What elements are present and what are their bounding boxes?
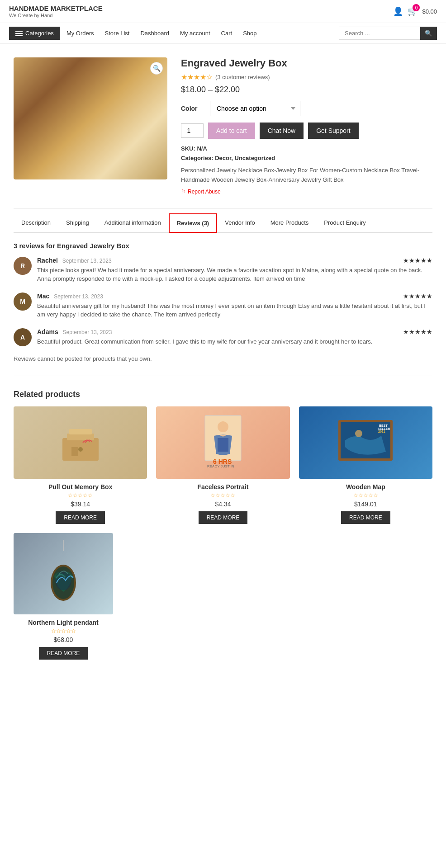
read-more-button[interactable]: READ MORE [341, 511, 390, 524]
product-card: Northern Light pendant ☆☆☆☆☆ $68.00 READ… [14, 533, 113, 660]
site-subtitle: We Create by Hand [9, 13, 103, 18]
hamburger-icon [15, 31, 23, 36]
zoom-icon[interactable]: 🔍 [150, 62, 163, 75]
search-input[interactable] [339, 27, 420, 40]
flag-icon: ⚐ [181, 189, 186, 195]
review-date: September 13, 2023 [62, 258, 112, 264]
categories-row: Categories: Decor, Uncategorized [181, 155, 432, 161]
review-header: Mac September 13, 2023 ★★★★★ [37, 292, 432, 300]
categories-value: Decor, Uncategorized [215, 155, 275, 161]
product-card-name: Wooden Map [299, 483, 432, 491]
avatar-letter: R [20, 262, 25, 269]
add-to-cart-button[interactable]: Add to cart [208, 123, 255, 139]
svg-point-3 [78, 447, 83, 452]
product-card-price: $39.14 [14, 500, 147, 508]
categories-button[interactable]: Categories [9, 27, 60, 40]
review-date: September 13, 2023 [63, 329, 112, 335]
product-card: Pull Out Memory Box ☆☆☆☆☆ $39.14 READ MO… [14, 406, 147, 524]
product-image [14, 57, 167, 179]
reviewer-name-date: Rachel September 13, 2023 [37, 257, 112, 264]
divider-1 [14, 208, 432, 209]
review-text: This piece looks great! We had it made f… [37, 266, 432, 283]
reviewer-name: Rachel [37, 257, 58, 264]
product-image-svg [41, 538, 86, 610]
svg-rect-2 [69, 429, 92, 434]
review-stars: ★★★★★ [403, 257, 432, 264]
categories-label: Categories [25, 30, 54, 37]
nav-my-account[interactable]: My account [176, 27, 214, 39]
review-stars: ★★★★★ [403, 292, 432, 300]
product-image-svg [53, 420, 108, 465]
svg-rect-1 [67, 434, 94, 440]
cart-total: $0.00 [422, 8, 437, 15]
read-more-button[interactable]: READ MORE [56, 511, 105, 524]
chat-now-button[interactable]: Chat Now [260, 123, 304, 139]
color-label: Color [181, 105, 204, 112]
nav-dashboard[interactable]: Dashboard [136, 27, 174, 39]
star-rating: ★★★★☆ (3 customer reviews) [181, 73, 432, 81]
reviewer-avatar: M [14, 292, 32, 311]
product-card-stars: ☆☆☆☆☆ [156, 492, 289, 499]
related-products-title: Related products [14, 390, 432, 399]
tab-vendor[interactable]: Vendor Info [217, 213, 263, 233]
svg-text:BEST: BEST [379, 424, 388, 427]
svg-text:2021: 2021 [378, 430, 385, 433]
sku-label: SKU: [181, 145, 195, 152]
product-image-wrap: 🔍 [14, 57, 167, 195]
product-card-price: $149.01 [299, 500, 432, 508]
search-area: 🔍 [339, 27, 437, 40]
get-support-button[interactable]: Get Support [308, 123, 359, 139]
tabs-bar: Description Shipping Additional informat… [14, 213, 432, 233]
product-image-svg: BEST SELLER 2021 [336, 415, 395, 470]
review-count: (3 customer reviews) [215, 74, 270, 80]
svg-point-6 [218, 421, 228, 432]
read-more-button[interactable]: READ MORE [199, 511, 248, 524]
nav-my-orders[interactable]: My Orders [62, 27, 99, 39]
review-date: September 13, 2023 [54, 293, 103, 300]
top-header: HANDMADE MARKETPLACE We Create by Hand 👤… [0, 0, 446, 23]
tab-reviews[interactable]: Reviews (3) [169, 213, 218, 233]
product-tags: Personalized Jewelry Necklace Box-Jewelr… [181, 166, 432, 185]
color-select[interactable]: Choose an option [210, 101, 300, 116]
reviewer-name-date: Mac September 13, 2023 [37, 292, 103, 300]
sku-value: N/A [197, 145, 207, 152]
reviewer-name: Mac [37, 292, 49, 300]
cart-badge: 0 [413, 4, 420, 11]
product-image-svg: READY JUST IN 6 HRS [200, 413, 246, 472]
related-products-section: Related products Pull Out Memory Box ☆☆☆… [0, 381, 446, 673]
reviewer-name-date: Adams September 13, 2023 [37, 328, 112, 335]
tab-shipping[interactable]: Shipping [58, 213, 97, 233]
site-title: HANDMADE MARKETPLACE [9, 5, 103, 13]
tab-additional[interactable]: Additional information [97, 213, 169, 233]
product-image-box: 🔍 [14, 57, 167, 179]
cart-icon-wrap[interactable]: 🛒 0 [408, 6, 418, 16]
reviewer-avatar: A [14, 328, 32, 346]
reviews-section: 3 reviews for Engraved Jewelry Box R Rac… [0, 242, 446, 371]
user-icon[interactable]: 👤 [393, 6, 403, 16]
quantity-input[interactable] [181, 123, 204, 138]
product-card-stars: ☆☆☆☆☆ [14, 492, 147, 499]
nav-shop[interactable]: Shop [238, 27, 261, 39]
product-card-stars: ☆☆☆☆☆ [14, 628, 113, 634]
search-button[interactable]: 🔍 [420, 27, 437, 40]
product-card-stars: ☆☆☆☆☆ [299, 492, 432, 499]
tab-more-products[interactable]: More Products [263, 213, 317, 233]
review-content: Mac September 13, 2023 ★★★★★ Beautiful a… [37, 292, 432, 319]
nav-cart[interactable]: Cart [217, 27, 237, 39]
tab-description[interactable]: Description [14, 213, 58, 233]
product-card-image: READY JUST IN 6 HRS [156, 406, 289, 479]
report-abuse-link[interactable]: ⚐ Report Abuse [181, 189, 432, 195]
nav-store-list[interactable]: Store List [100, 27, 134, 39]
review-stars: ★★★★★ [403, 328, 432, 335]
product-card: BEST SELLER 2021 Wooden Map ☆☆☆☆☆ $149.0… [299, 406, 432, 524]
product-card-price: $68.00 [14, 636, 113, 643]
cart-row: Add to cart Chat Now Get Support [181, 123, 432, 139]
tabs-section: Description Shipping Additional informat… [0, 213, 446, 233]
tab-product-enquiry[interactable]: Product Enquiry [316, 213, 374, 233]
review-content: Adams September 13, 2023 ★★★★★ Beautiful… [37, 328, 432, 346]
product-section: 🔍 Engraved Jewelry Box ★★★★☆ (3 customer… [0, 44, 446, 204]
products-grid: Pull Out Memory Box ☆☆☆☆☆ $39.14 READ MO… [14, 406, 432, 524]
avatar-letter: A [20, 334, 25, 341]
read-more-button[interactable]: READ MORE [39, 647, 88, 660]
product-card: READY JUST IN 6 HRS Faceless Portrait ☆☆… [156, 406, 289, 524]
